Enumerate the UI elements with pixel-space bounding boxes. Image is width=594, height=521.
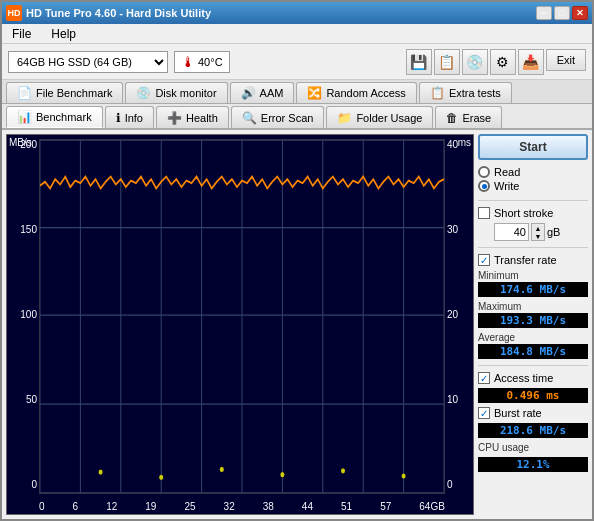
average-value: 184.8 MB/s bbox=[478, 344, 588, 359]
average-stat: Average 184.8 MB/s bbox=[478, 332, 588, 359]
access-time-label: Access time bbox=[494, 372, 553, 384]
gb-input[interactable] bbox=[494, 223, 529, 241]
file-benchmark-icon: 📄 bbox=[17, 86, 32, 100]
tab-folder-usage[interactable]: 📁 Folder Usage bbox=[326, 106, 433, 128]
radio-group: Read Write bbox=[478, 164, 588, 194]
access-time-checkbox[interactable]: Access time bbox=[478, 372, 588, 384]
x-label-5: 32 bbox=[224, 501, 235, 512]
gb-spinner: ▲ ▼ gB bbox=[494, 223, 588, 241]
tab-erase-label: Erase bbox=[462, 112, 491, 124]
x-label-4: 25 bbox=[184, 501, 195, 512]
tab-benchmark[interactable]: 📊 Benchmark bbox=[6, 106, 103, 128]
temperature-display: 🌡 40°C bbox=[174, 51, 230, 73]
x-label-2: 12 bbox=[106, 501, 117, 512]
svg-point-16 bbox=[99, 469, 103, 474]
y-right-2: 20 bbox=[447, 309, 471, 320]
tab-error-scan[interactable]: 🔍 Error Scan bbox=[231, 106, 325, 128]
tab-error-scan-label: Error Scan bbox=[261, 112, 314, 124]
svg-point-20 bbox=[341, 468, 345, 473]
x-label-1: 6 bbox=[73, 501, 79, 512]
window-title: HD Tune Pro 4.60 - Hard Disk Utility bbox=[26, 7, 211, 19]
short-stroke-checkbox[interactable]: Short stroke bbox=[478, 207, 588, 219]
y-right-1: 30 bbox=[447, 224, 471, 235]
toolbar-btn-4[interactable]: ⚙ bbox=[490, 49, 516, 75]
minimum-label: Minimum bbox=[478, 270, 588, 281]
toolbar-btn-1[interactable]: 💾 bbox=[406, 49, 432, 75]
app-icon: HD bbox=[6, 5, 22, 21]
chart-labels-left: 200 150 100 50 0 bbox=[7, 135, 39, 494]
transfer-rate-label: Transfer rate bbox=[494, 254, 557, 266]
extra-tests-icon: 📋 bbox=[430, 86, 445, 100]
aam-icon: 🔊 bbox=[241, 86, 256, 100]
y-left-0: 200 bbox=[9, 139, 37, 150]
minimum-stat: Minimum 174.6 MB/s bbox=[478, 270, 588, 297]
error-scan-icon: 🔍 bbox=[242, 111, 257, 125]
chart-area: MB/s ms 200 150 100 50 0 40 30 20 10 0 bbox=[6, 134, 474, 515]
tab-benchmark-label: Benchmark bbox=[36, 111, 92, 123]
transfer-rate-check[interactable] bbox=[478, 254, 490, 266]
svg-point-19 bbox=[280, 472, 284, 477]
tab-random-access-label: Random Access bbox=[326, 87, 405, 99]
tab-extra-tests-label: Extra tests bbox=[449, 87, 501, 99]
svg-point-21 bbox=[402, 473, 406, 478]
benchmark-icon: 📊 bbox=[17, 110, 32, 124]
maximum-value: 193.3 MB/s bbox=[478, 313, 588, 328]
tab-aam[interactable]: 🔊 AAM bbox=[230, 82, 295, 103]
burst-rate-check[interactable] bbox=[478, 407, 490, 419]
minimize-button[interactable]: − bbox=[536, 6, 552, 20]
tabs-row1: 📄 File Benchmark 💿 Disk monitor 🔊 AAM 🔀 … bbox=[2, 80, 592, 104]
burst-rate-checkbox[interactable]: Burst rate bbox=[478, 407, 588, 419]
chart-svg bbox=[40, 140, 444, 493]
main-window: HD HD Tune Pro 4.60 - Hard Disk Utility … bbox=[0, 0, 594, 521]
y-right-0: 40 bbox=[447, 139, 471, 150]
radio-read-circle[interactable] bbox=[478, 166, 490, 178]
tab-extra-tests[interactable]: 📋 Extra tests bbox=[419, 82, 512, 103]
transfer-rate-checkbox[interactable]: Transfer rate bbox=[478, 254, 588, 266]
drive-select[interactable]: 64GB HG SSD (64 GB) bbox=[8, 51, 168, 73]
tab-disk-monitor-label: Disk monitor bbox=[155, 87, 216, 99]
tab-health[interactable]: ➕ Health bbox=[156, 106, 229, 128]
radio-read-label: Read bbox=[494, 166, 520, 178]
x-label-8: 51 bbox=[341, 501, 352, 512]
x-label-7: 44 bbox=[302, 501, 313, 512]
tab-disk-monitor[interactable]: 💿 Disk monitor bbox=[125, 82, 227, 103]
maximize-button[interactable]: □ bbox=[554, 6, 570, 20]
tab-info[interactable]: ℹ Info bbox=[105, 106, 154, 128]
average-label: Average bbox=[478, 332, 588, 343]
toolbar-btn-3[interactable]: 💿 bbox=[462, 49, 488, 75]
menu-help[interactable]: Help bbox=[45, 25, 82, 43]
temperature-icon: 🌡 bbox=[181, 54, 195, 70]
radio-write-circle[interactable] bbox=[478, 180, 490, 192]
toolbar-icons: 💾 📋 💿 ⚙ 📥 Exit bbox=[406, 49, 586, 75]
x-label-3: 19 bbox=[145, 501, 156, 512]
access-time-check[interactable] bbox=[478, 372, 490, 384]
start-button[interactable]: Start bbox=[478, 134, 588, 160]
tab-erase[interactable]: 🗑 Erase bbox=[435, 106, 502, 128]
x-label-9: 57 bbox=[380, 501, 391, 512]
spin-down[interactable]: ▼ bbox=[532, 232, 544, 240]
divider-3 bbox=[478, 365, 588, 366]
exit-button[interactable]: Exit bbox=[546, 49, 586, 71]
maximum-stat: Maximum 193.3 MB/s bbox=[478, 301, 588, 328]
title-controls: − □ ✕ bbox=[536, 6, 588, 20]
radio-write[interactable]: Write bbox=[478, 180, 588, 192]
burst-rate-stat: 218.6 MB/s bbox=[478, 423, 588, 438]
menu-file[interactable]: File bbox=[6, 25, 37, 43]
maximum-label: Maximum bbox=[478, 301, 588, 312]
short-stroke-check[interactable] bbox=[478, 207, 490, 219]
y-right-3: 10 bbox=[447, 394, 471, 405]
radio-read[interactable]: Read bbox=[478, 166, 588, 178]
chart-inner bbox=[39, 139, 445, 494]
close-button[interactable]: ✕ bbox=[572, 6, 588, 20]
minimum-value: 174.6 MB/s bbox=[478, 282, 588, 297]
x-label-0: 0 bbox=[39, 501, 45, 512]
spin-up[interactable]: ▲ bbox=[532, 224, 544, 232]
cpu-usage-value: 12.1% bbox=[478, 457, 588, 472]
tab-info-label: Info bbox=[125, 112, 143, 124]
tab-random-access[interactable]: 🔀 Random Access bbox=[296, 82, 416, 103]
gb-unit: gB bbox=[547, 226, 560, 238]
title-bar-left: HD HD Tune Pro 4.60 - Hard Disk Utility bbox=[6, 5, 211, 21]
toolbar-btn-2[interactable]: 📋 bbox=[434, 49, 460, 75]
toolbar-btn-5[interactable]: 📥 bbox=[518, 49, 544, 75]
tab-file-benchmark[interactable]: 📄 File Benchmark bbox=[6, 82, 123, 103]
